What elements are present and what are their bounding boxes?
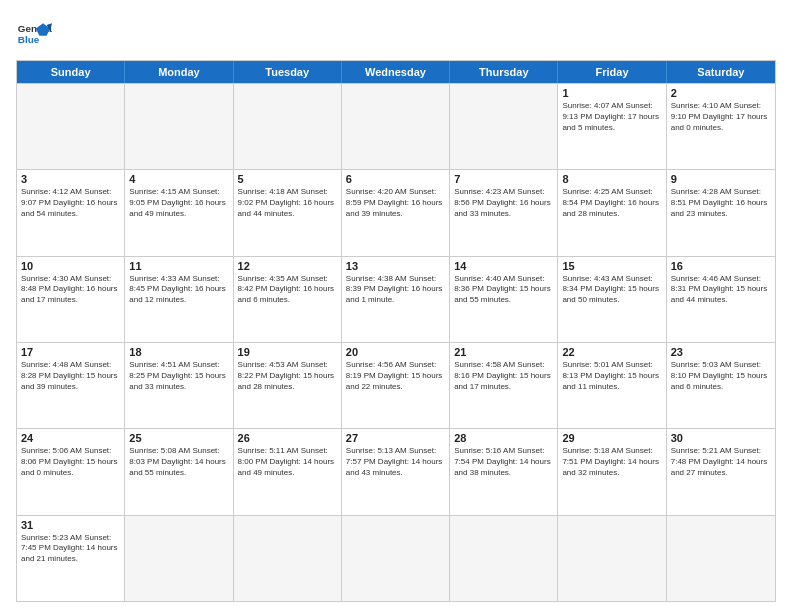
day-number: 4 xyxy=(129,173,228,185)
calendar-cell: 4Sunrise: 4:15 AM Sunset: 9:05 PM Daylig… xyxy=(125,170,233,255)
day-info: Sunrise: 4:12 AM Sunset: 9:07 PM Dayligh… xyxy=(21,187,120,219)
calendar-cell xyxy=(234,516,342,601)
calendar-cell xyxy=(125,516,233,601)
calendar-cell: 18Sunrise: 4:51 AM Sunset: 8:25 PM Dayli… xyxy=(125,343,233,428)
page: General Blue SundayMondayTuesdayWednesda… xyxy=(0,0,792,612)
day-of-week-wednesday: Wednesday xyxy=(342,61,450,83)
calendar-cell: 8Sunrise: 4:25 AM Sunset: 8:54 PM Daylig… xyxy=(558,170,666,255)
day-of-week-monday: Monday xyxy=(125,61,233,83)
calendar-cell: 6Sunrise: 4:20 AM Sunset: 8:59 PM Daylig… xyxy=(342,170,450,255)
day-number: 27 xyxy=(346,432,445,444)
day-info: Sunrise: 5:21 AM Sunset: 7:48 PM Dayligh… xyxy=(671,446,771,478)
calendar-cell: 12Sunrise: 4:35 AM Sunset: 8:42 PM Dayli… xyxy=(234,257,342,342)
day-info: Sunrise: 5:08 AM Sunset: 8:03 PM Dayligh… xyxy=(129,446,228,478)
day-number: 30 xyxy=(671,432,771,444)
calendar-cell: 30Sunrise: 5:21 AM Sunset: 7:48 PM Dayli… xyxy=(667,429,775,514)
day-info: Sunrise: 4:53 AM Sunset: 8:22 PM Dayligh… xyxy=(238,360,337,392)
day-info: Sunrise: 4:58 AM Sunset: 8:16 PM Dayligh… xyxy=(454,360,553,392)
calendar-row-0: 1Sunrise: 4:07 AM Sunset: 9:13 PM Daylig… xyxy=(17,83,775,169)
day-number: 10 xyxy=(21,260,120,272)
day-info: Sunrise: 4:51 AM Sunset: 8:25 PM Dayligh… xyxy=(129,360,228,392)
day-number: 19 xyxy=(238,346,337,358)
calendar-cell: 28Sunrise: 5:16 AM Sunset: 7:54 PM Dayli… xyxy=(450,429,558,514)
day-number: 20 xyxy=(346,346,445,358)
calendar-cell xyxy=(17,84,125,169)
calendar-cell: 22Sunrise: 5:01 AM Sunset: 8:13 PM Dayli… xyxy=(558,343,666,428)
day-number: 12 xyxy=(238,260,337,272)
day-of-week-tuesday: Tuesday xyxy=(234,61,342,83)
calendar-cell: 21Sunrise: 4:58 AM Sunset: 8:16 PM Dayli… xyxy=(450,343,558,428)
day-info: Sunrise: 5:01 AM Sunset: 8:13 PM Dayligh… xyxy=(562,360,661,392)
day-number: 6 xyxy=(346,173,445,185)
calendar-cell: 7Sunrise: 4:23 AM Sunset: 8:56 PM Daylig… xyxy=(450,170,558,255)
day-info: Sunrise: 5:06 AM Sunset: 8:06 PM Dayligh… xyxy=(21,446,120,478)
calendar-cell xyxy=(342,84,450,169)
calendar-cell xyxy=(558,516,666,601)
day-info: Sunrise: 4:18 AM Sunset: 9:02 PM Dayligh… xyxy=(238,187,337,219)
calendar-body: 1Sunrise: 4:07 AM Sunset: 9:13 PM Daylig… xyxy=(17,83,775,601)
calendar-cell xyxy=(450,516,558,601)
day-number: 24 xyxy=(21,432,120,444)
day-info: Sunrise: 4:25 AM Sunset: 8:54 PM Dayligh… xyxy=(562,187,661,219)
calendar-cell: 29Sunrise: 5:18 AM Sunset: 7:51 PM Dayli… xyxy=(558,429,666,514)
day-of-week-sunday: Sunday xyxy=(17,61,125,83)
day-number: 18 xyxy=(129,346,228,358)
calendar-cell: 24Sunrise: 5:06 AM Sunset: 8:06 PM Dayli… xyxy=(17,429,125,514)
day-number: 3 xyxy=(21,173,120,185)
calendar-row-1: 3Sunrise: 4:12 AM Sunset: 9:07 PM Daylig… xyxy=(17,169,775,255)
day-number: 21 xyxy=(454,346,553,358)
calendar-cell: 19Sunrise: 4:53 AM Sunset: 8:22 PM Dayli… xyxy=(234,343,342,428)
calendar-cell: 25Sunrise: 5:08 AM Sunset: 8:03 PM Dayli… xyxy=(125,429,233,514)
day-number: 13 xyxy=(346,260,445,272)
day-info: Sunrise: 5:11 AM Sunset: 8:00 PM Dayligh… xyxy=(238,446,337,478)
day-info: Sunrise: 4:56 AM Sunset: 8:19 PM Dayligh… xyxy=(346,360,445,392)
calendar-cell: 31Sunrise: 5:23 AM Sunset: 7:45 PM Dayli… xyxy=(17,516,125,601)
day-number: 2 xyxy=(671,87,771,99)
svg-text:Blue: Blue xyxy=(18,34,40,45)
day-info: Sunrise: 5:16 AM Sunset: 7:54 PM Dayligh… xyxy=(454,446,553,478)
calendar-cell: 15Sunrise: 4:43 AM Sunset: 8:34 PM Dayli… xyxy=(558,257,666,342)
day-number: 11 xyxy=(129,260,228,272)
calendar-cell: 27Sunrise: 5:13 AM Sunset: 7:57 PM Dayli… xyxy=(342,429,450,514)
day-of-week-thursday: Thursday xyxy=(450,61,558,83)
day-number: 7 xyxy=(454,173,553,185)
day-of-week-friday: Friday xyxy=(558,61,666,83)
day-info: Sunrise: 4:10 AM Sunset: 9:10 PM Dayligh… xyxy=(671,101,771,133)
generalblue-icon: General Blue xyxy=(16,16,52,52)
calendar-cell xyxy=(125,84,233,169)
day-info: Sunrise: 4:35 AM Sunset: 8:42 PM Dayligh… xyxy=(238,274,337,306)
calendar-cell: 13Sunrise: 4:38 AM Sunset: 8:39 PM Dayli… xyxy=(342,257,450,342)
day-info: Sunrise: 4:28 AM Sunset: 8:51 PM Dayligh… xyxy=(671,187,771,219)
calendar-row-2: 10Sunrise: 4:30 AM Sunset: 8:48 PM Dayli… xyxy=(17,256,775,342)
day-info: Sunrise: 4:40 AM Sunset: 8:36 PM Dayligh… xyxy=(454,274,553,306)
day-info: Sunrise: 4:20 AM Sunset: 8:59 PM Dayligh… xyxy=(346,187,445,219)
day-number: 15 xyxy=(562,260,661,272)
calendar-cell: 11Sunrise: 4:33 AM Sunset: 8:45 PM Dayli… xyxy=(125,257,233,342)
day-info: Sunrise: 5:18 AM Sunset: 7:51 PM Dayligh… xyxy=(562,446,661,478)
day-number: 28 xyxy=(454,432,553,444)
calendar-cell: 9Sunrise: 4:28 AM Sunset: 8:51 PM Daylig… xyxy=(667,170,775,255)
day-number: 8 xyxy=(562,173,661,185)
calendar-row-3: 17Sunrise: 4:48 AM Sunset: 8:28 PM Dayli… xyxy=(17,342,775,428)
calendar-cell: 2Sunrise: 4:10 AM Sunset: 9:10 PM Daylig… xyxy=(667,84,775,169)
calendar-cell: 1Sunrise: 4:07 AM Sunset: 9:13 PM Daylig… xyxy=(558,84,666,169)
day-of-week-saturday: Saturday xyxy=(667,61,775,83)
day-number: 17 xyxy=(21,346,120,358)
day-info: Sunrise: 4:46 AM Sunset: 8:31 PM Dayligh… xyxy=(671,274,771,306)
day-info: Sunrise: 4:23 AM Sunset: 8:56 PM Dayligh… xyxy=(454,187,553,219)
day-number: 31 xyxy=(21,519,120,531)
day-number: 9 xyxy=(671,173,771,185)
calendar-cell: 23Sunrise: 5:03 AM Sunset: 8:10 PM Dayli… xyxy=(667,343,775,428)
calendar-cell xyxy=(667,516,775,601)
day-info: Sunrise: 4:07 AM Sunset: 9:13 PM Dayligh… xyxy=(562,101,661,133)
day-info: Sunrise: 4:33 AM Sunset: 8:45 PM Dayligh… xyxy=(129,274,228,306)
day-info: Sunrise: 5:23 AM Sunset: 7:45 PM Dayligh… xyxy=(21,533,120,565)
calendar: SundayMondayTuesdayWednesdayThursdayFrid… xyxy=(16,60,776,602)
day-number: 25 xyxy=(129,432,228,444)
calendar-cell xyxy=(234,84,342,169)
day-number: 16 xyxy=(671,260,771,272)
logo: General Blue xyxy=(16,16,52,52)
day-number: 23 xyxy=(671,346,771,358)
calendar-row-4: 24Sunrise: 5:06 AM Sunset: 8:06 PM Dayli… xyxy=(17,428,775,514)
day-info: Sunrise: 4:15 AM Sunset: 9:05 PM Dayligh… xyxy=(129,187,228,219)
